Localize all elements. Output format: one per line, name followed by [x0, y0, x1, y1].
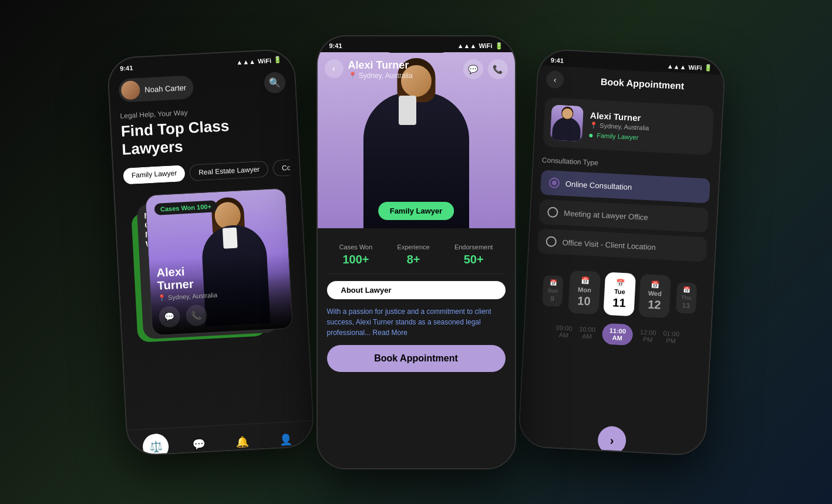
- signal-icon-3: ▲▲▲: [666, 62, 686, 70]
- signal-icon-2: ▲▲▲: [457, 42, 477, 49]
- day-mon[interactable]: 📅 Mon 10: [568, 270, 601, 314]
- bio-content: With a passion for justice and a commitm…: [327, 307, 491, 337]
- option-client[interactable]: Office Visit - Client Location: [537, 228, 707, 262]
- day-sun[interactable]: 📅 Sun 9: [542, 275, 564, 306]
- day-num-tue: 11: [607, 295, 631, 310]
- stats-bar: Cases Won 100+ Experience 8+ Endorsement…: [327, 236, 506, 274]
- p2-content: Cases Won 100+ Experience 8+ Endorsement…: [318, 228, 515, 380]
- thumb-head: [561, 108, 572, 119]
- day-name-tue: Tue: [608, 287, 632, 295]
- time-9am[interactable]: 09:00AM: [555, 324, 572, 339]
- battery-icon: 🔋: [273, 56, 282, 64]
- radio-client: [545, 236, 557, 247]
- p1-header: Noah Carter 🔍: [118, 70, 286, 102]
- notch-2: [381, 36, 452, 53]
- day-thu[interactable]: 📅 Thu 13: [675, 282, 697, 313]
- day-icon-thu: 📅: [678, 286, 695, 293]
- hero-image: ‹ Alexi Turner 📍 Sydney, Australia 💬 📞 F…: [318, 52, 515, 228]
- cases-count: 100+: [196, 203, 211, 211]
- bottom-nav: ⚖️ 💬 🔔 👤: [127, 420, 314, 456]
- filter-real-estate[interactable]: Real Estate Lawyer: [189, 161, 268, 181]
- status-icons-1: ▲▲▲ WiFi 🔋: [235, 56, 281, 66]
- collar-full: [399, 96, 416, 125]
- battery-icon-3: 🔋: [704, 63, 713, 72]
- cards-area: MCNW Cases Won 100+: [124, 188, 299, 360]
- book-appointment-btn[interactable]: Book Appointment: [327, 345, 506, 372]
- option-office-label: Meeting at Lawyer Office: [563, 208, 648, 221]
- day-num-thu: 13: [678, 300, 694, 309]
- p3-header: ‹ Book Appointment: [545, 70, 715, 96]
- option-office[interactable]: Meeting at Lawyer Office: [538, 199, 709, 232]
- filter-bar: Family Lawyer Real Estate Lawyer Corp...: [123, 160, 290, 185]
- phone-button[interactable]: 📞: [185, 304, 207, 326]
- radio-online: [548, 177, 560, 188]
- user-name: Noah Carter: [144, 83, 186, 94]
- nav-profile[interactable]: 👤: [272, 426, 299, 453]
- time-slots: 09:00AM 10:00AM 11:00AM 12:00PM 01:00PM: [532, 319, 702, 349]
- read-more-link[interactable]: Read More: [373, 329, 407, 337]
- calendar-area: 📅 Sun 9 📅 Mon 10 📅 Tue 11 📅 Wed: [531, 262, 705, 377]
- notch-1: [165, 52, 236, 72]
- hero-title: Find Top Class Lawyers: [120, 113, 289, 158]
- battery-icon-2: 🔋: [495, 42, 503, 50]
- day-num-sun: 9: [544, 293, 560, 302]
- p2-message-btn[interactable]: 💬: [463, 59, 483, 79]
- filter-corp[interactable]: Corp...: [272, 160, 290, 177]
- day-icon-sun: 📅: [545, 279, 561, 286]
- time-1pm[interactable]: 01:00PM: [662, 329, 679, 344]
- stat-end-value: 50+: [454, 253, 493, 266]
- nav-chat[interactable]: 💬: [185, 430, 212, 456]
- stat-exp-label: Experience: [398, 243, 430, 251]
- day-name-sun: Sun: [544, 286, 561, 293]
- avatar-img: [120, 80, 140, 100]
- phone-1: 9:41 ▲▲▲ WiFi 🔋 Noah Carter 🔍 Legal Help…: [106, 48, 315, 456]
- search-button[interactable]: 🔍: [264, 71, 286, 93]
- time-12pm[interactable]: 12:00PM: [639, 328, 656, 343]
- filter-family-lawyer[interactable]: Family Lawyer: [123, 165, 186, 184]
- p2-lawyer-loc: 📍 Sydney, Australia: [348, 72, 413, 80]
- cases-label: Cases Won: [160, 204, 195, 212]
- about-lawyer-btn[interactable]: About Lawyer: [327, 281, 506, 299]
- notch-3: [596, 52, 667, 72]
- day-icon-tue: 📅: [608, 278, 632, 287]
- stat-exp-value: 8+: [398, 253, 430, 266]
- stat-cases-label: Cases Won: [339, 243, 373, 251]
- day-name-wed: Wed: [643, 289, 667, 297]
- back-button-2[interactable]: ‹: [325, 59, 343, 78]
- section-title: Consultation Type: [541, 155, 710, 172]
- back-button-3[interactable]: ‹: [545, 70, 564, 89]
- stat-cases-value: 100+: [339, 253, 373, 266]
- day-tue[interactable]: 📅 Tue 11: [603, 272, 636, 316]
- user-pill[interactable]: Noah Carter: [118, 75, 194, 103]
- avatar: [120, 80, 140, 100]
- card-front[interactable]: Cases Won 100+: [144, 188, 292, 336]
- time-11am[interactable]: 11:00AM: [601, 323, 633, 346]
- day-name-mon: Mon: [572, 285, 597, 293]
- time-10am[interactable]: 10:00AM: [578, 325, 595, 340]
- collar: [222, 228, 237, 249]
- phone-2: 9:41 ▲▲▲ WiFi 🔋 ‹ Alexi Turner 📍 Sydne: [316, 35, 516, 469]
- phone-2-screen: ‹ Alexi Turner 📍 Sydney, Australia 💬 📞 F…: [318, 52, 515, 469]
- wifi-icon-2: WiFi: [479, 42, 492, 49]
- message-button[interactable]: 💬: [158, 306, 180, 328]
- nav-bell[interactable]: 🔔: [228, 428, 255, 455]
- status-icons-3: ▲▲▲ WiFi 🔋: [666, 62, 712, 72]
- next-button[interactable]: ›: [597, 425, 626, 455]
- p3-lawyer-card: Alexi Turner 📍 Sydney, Australia Family …: [543, 97, 714, 155]
- nav-home[interactable]: ⚖️: [142, 432, 169, 456]
- specialty-badge: Family Lawyer: [378, 202, 454, 220]
- day-num-wed: 12: [642, 297, 666, 312]
- p2-lawyer-name: Alexi Turner: [348, 59, 413, 72]
- option-online[interactable]: Online Consultation: [540, 170, 710, 203]
- card-info: AlexiTurner 📍 Sydney, Australia 💬 📞: [149, 252, 292, 335]
- day-icon-mon: 📅: [573, 276, 597, 285]
- signal-icon: ▲▲▲: [235, 57, 255, 66]
- wifi-icon-3: WiFi: [688, 63, 702, 71]
- day-wed[interactable]: 📅 Wed 12: [638, 273, 671, 318]
- stat-end: Endorsement 50+: [454, 243, 493, 266]
- phone-3: 9:41 ▲▲▲ WiFi 🔋 ‹ Book Appointment Alexi…: [517, 48, 726, 456]
- p2-call-btn[interactable]: 📞: [488, 59, 508, 79]
- day-name-thu: Thu: [678, 293, 695, 300]
- consult-options: Online Consultation Meeting at Lawyer Of…: [537, 170, 710, 262]
- p2-header-buttons: 💬 📞: [463, 59, 508, 79]
